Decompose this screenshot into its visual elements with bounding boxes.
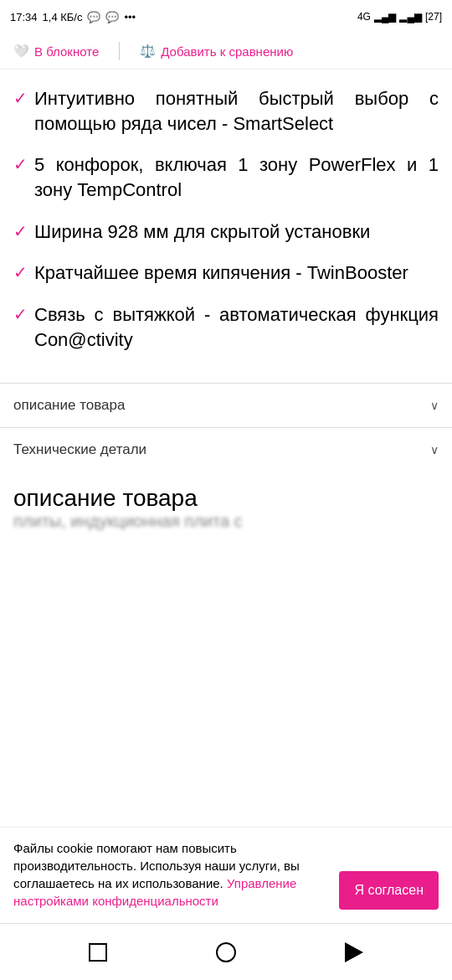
nav-back-button[interactable]: [342, 940, 367, 965]
expandable-product-description[interactable]: описание товара ∨: [0, 383, 452, 427]
network-speed: 1,4 КБ/с: [43, 11, 83, 23]
expandable-technical-details[interactable]: Технические детали ∨: [0, 427, 452, 472]
product-description-heading: описание товара: [0, 472, 452, 512]
checkmark-icon-2: ✓: [13, 154, 28, 174]
expandable-header-2[interactable]: Технические детали ∨: [13, 441, 439, 458]
message-icon: 💬: [87, 11, 100, 23]
checkmark-icon-3: ✓: [13, 221, 28, 241]
signal-bars: ▂▄▆: [374, 11, 397, 23]
compare-action[interactable]: ⚖️ Добавить к сравнению: [140, 44, 293, 59]
chevron-down-icon-1: ∨: [430, 399, 439, 412]
nav-stop-button[interactable]: [85, 940, 110, 965]
feature-item-5: ✓ Связь с вытяжкой - автоматическая функ…: [13, 302, 439, 352]
cookie-accept-button[interactable]: Я согласен: [339, 871, 439, 910]
status-bar: 17:34 1,4 КБ/с 💬 💬 ••• 4G ▂▄▆ ▂▄▆ [27]: [0, 0, 452, 34]
expandable-label-2: Технические детали: [13, 441, 146, 458]
bookmark-action[interactable]: 🤍 В блокноте: [13, 44, 99, 59]
checkmark-icon-5: ✓: [13, 304, 28, 324]
feature-item-3: ✓ Ширина 928 мм для скрытой установки: [13, 219, 439, 245]
stop-icon: [89, 943, 107, 962]
checkmark-icon-4: ✓: [13, 262, 28, 282]
bookmark-label: В блокноте: [34, 44, 99, 59]
feature-item-2: ✓ 5 конфорок, включая 1 зону PowerFlex и…: [13, 152, 439, 202]
feature-text-5: Связь с вытяжкой - автоматическая функци…: [34, 302, 439, 352]
feature-item-1: ✓ Интуитивно понятный быстрый выбор с по…: [13, 86, 439, 136]
more-icon: •••: [124, 11, 136, 23]
expandable-header-1[interactable]: описание товара ∨: [13, 397, 439, 414]
bottom-blur-content: плиты, индукционная плита с: [0, 512, 452, 531]
main-content: ✓ Интуитивно понятный быстрый выбор с по…: [0, 70, 452, 383]
message-icon-2: 💬: [105, 11, 119, 23]
cookie-banner: Файлы cookie помогают нам повысить произ…: [0, 827, 452, 921]
feature-text-3: Ширина 928 мм для скрытой установки: [34, 219, 439, 245]
blur-line-1: плиты, индукционная плита с: [13, 512, 439, 531]
feature-list: ✓ Интуитивно понятный быстрый выбор с по…: [13, 86, 439, 353]
compare-label: Добавить к сравнению: [161, 44, 293, 59]
status-right: 4G ▂▄▆ ▂▄▆ [27]: [357, 11, 442, 23]
compare-icon: ⚖️: [140, 44, 156, 59]
feature-text-4: Кратчайшее время кипячения - TwinBooster: [34, 260, 439, 286]
action-divider: [119, 42, 120, 60]
battery: [27]: [425, 11, 442, 23]
heart-icon: 🤍: [13, 44, 29, 59]
signal-4g: 4G: [357, 11, 371, 23]
back-icon: [345, 942, 363, 962]
chevron-down-icon-2: ∨: [430, 443, 439, 456]
home-icon: [216, 942, 236, 962]
time: 17:34: [10, 11, 38, 23]
feature-text-1: Интуитивно понятный быстрый выбор с помо…: [34, 86, 439, 136]
feature-text-2: 5 конфорок, включая 1 зону PowerFlex и 1…: [34, 152, 439, 202]
signal-bars-2: ▂▄▆: [399, 11, 422, 23]
status-left: 17:34 1,4 КБ/с 💬 💬 •••: [10, 11, 136, 23]
bottom-nav: [0, 923, 452, 980]
nav-home-button[interactable]: [213, 940, 239, 965]
feature-item-4: ✓ Кратчайшее время кипячения - TwinBoost…: [13, 260, 439, 286]
cookie-text-container: Файлы cookie помогают нам повысить произ…: [13, 839, 329, 910]
expandable-label-1: описание товара: [13, 397, 125, 414]
checkmark-icon-1: ✓: [13, 88, 28, 108]
action-bar: 🤍 В блокноте ⚖️ Добавить к сравнению: [0, 34, 452, 70]
